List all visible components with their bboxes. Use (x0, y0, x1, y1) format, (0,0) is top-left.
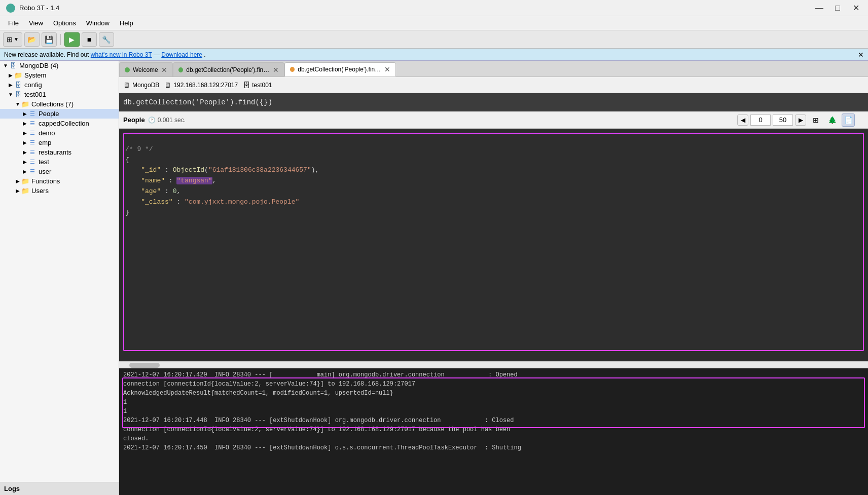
close-notification-button[interactable]: ✕ (858, 51, 864, 59)
sidebar-item-collections[interactable]: ▼ 📁 Collections (7) (0, 99, 119, 109)
stop-icon: ■ (87, 35, 91, 44)
maximize-button[interactable]: □ (831, 2, 844, 14)
minimize-button[interactable]: — (813, 2, 825, 14)
collection-icon-capped: ☰ (28, 120, 37, 127)
sidebar-label-users: Users (31, 187, 49, 195)
sidebar-label-config: config (24, 81, 42, 89)
sidebar-label-test001: test001 (24, 91, 46, 98)
tab-close-query1[interactable]: ✕ (273, 66, 279, 74)
close-button[interactable]: ✕ (850, 2, 862, 14)
title-bar: Robo 3T - 1.4 — □ ✕ (0, 0, 868, 16)
sidebar-item-users[interactable]: ▶ 📁 Users (0, 186, 119, 196)
folder-icon-system: 📁 (14, 72, 22, 79)
arrow-user: ▶ (21, 168, 28, 175)
log-line-4: 1 (123, 398, 864, 407)
sidebar-item-demo[interactable]: ▶ ☰ demo (0, 128, 119, 138)
whats-new-link[interactable]: what's new in Robo 3T (91, 51, 152, 58)
arrow-functions: ▶ (14, 178, 21, 185)
sidebar-label-mongodb: MongoDB (4) (19, 62, 58, 69)
stop-button[interactable]: ■ (82, 32, 97, 47)
arrow-restaurants: ▶ (21, 149, 28, 156)
tabs-bar: Welcome ✕ db.getCollection('People').fin… (119, 61, 868, 77)
menu-options[interactable]: Options (48, 18, 81, 28)
hscroll-thumb[interactable] (129, 363, 160, 368)
save-button[interactable]: 💾 (42, 32, 57, 47)
menu-view[interactable]: View (24, 18, 48, 28)
horizontal-scrollbar[interactable] (119, 361, 868, 368)
sidebar-item-emp[interactable]: ▶ ☰ emp (0, 138, 119, 147)
view-text-button[interactable]: 📄 (842, 113, 855, 127)
conn-collection-label: test001 (252, 82, 272, 89)
tab-label-query1: db.getCollection('People').find({}) (186, 66, 270, 73)
logs-tab[interactable]: Logs (0, 482, 119, 495)
view-tree-button[interactable]: 🌲 (825, 113, 839, 127)
tab-query2[interactable]: db.getCollection('People').find({}) ✕ (284, 62, 396, 77)
log-line-5: 1 (123, 407, 864, 416)
arrow-users: ▶ (14, 187, 21, 195)
sidebar-label-user: user (39, 168, 51, 175)
sidebar-item-functions[interactable]: ▶ 📁 Functions (0, 176, 119, 186)
sidebar-item-user[interactable]: ▶ ☰ user (0, 167, 119, 176)
tab-dot-query1 (178, 67, 183, 72)
log-line-6: 2021-12-07 16:20:17.448 INFO 28340 --- [… (123, 416, 864, 425)
sidebar-label-restaurants: restaurants (39, 148, 71, 156)
arrow-config: ▶ (7, 82, 14, 89)
tab-welcome[interactable]: Welcome ✕ (119, 62, 173, 77)
menu-bar: File View Options Window Help (0, 16, 868, 30)
prev-page-button[interactable]: ◀ (737, 115, 748, 126)
sidebar-label-system: System (24, 71, 46, 79)
download-link[interactable]: Download here (161, 51, 202, 58)
log-line-1: 2021-12-07 16:20:17.429 INFO 28340 --- [… (123, 370, 864, 379)
settings-button[interactable]: 🔧 (99, 32, 114, 47)
page-current-input[interactable] (750, 115, 771, 126)
toolbar-sep-1 (60, 34, 61, 45)
tab-dot-query2 (290, 67, 295, 72)
collection-icon-people: ☰ (28, 110, 37, 118)
sidebar: ▼ 🗄 MongoDB (4) ▶ 📁 System ▶ 🗄 config ▼ … (0, 61, 119, 495)
sidebar-label-test: test (39, 158, 49, 166)
sidebar-item-mongodb[interactable]: ▼ 🗄 MongoDB (4) (0, 61, 119, 70)
folder-icon-functions: 📁 (21, 178, 29, 185)
results-toolbar: People 🕐 0.001 sec. ◀ ▶ ⊞ 🌲 📄 (119, 111, 868, 129)
sidebar-item-people[interactable]: ▶ ☰ People (0, 109, 119, 119)
tab-query1[interactable]: db.getCollection('People').find({}) ✕ (173, 62, 284, 77)
log-line-8: closed. (123, 434, 864, 443)
menu-window[interactable]: Window (81, 18, 115, 28)
collection-icon-user: ☰ (28, 168, 37, 175)
log-line-2: connection [connectionId{localValue:2, s… (123, 379, 864, 389)
sidebar-item-restaurants[interactable]: ▶ ☰ restaurants (0, 147, 119, 157)
sidebar-item-system[interactable]: ▶ 📁 System (0, 70, 119, 80)
sidebar-label-people: People (39, 110, 59, 118)
dropdown-arrow: ▼ (14, 36, 19, 42)
query-bar[interactable]: db.getCollection('People').find({}) (119, 93, 868, 111)
toolbar: ⊞ ▼ 📂 💾 ▶ ■ 🔧 (0, 30, 868, 49)
connection-bar: 🖥 MongoDB 🖥 192.168.168.129:27017 🗄 test… (119, 77, 868, 93)
sidebar-label-functions: Functions (31, 177, 60, 185)
arrow-system: ▶ (7, 72, 14, 79)
sidebar-item-test001[interactable]: ▼ 🗄 test001 (0, 90, 119, 99)
conn-mongodb-label: MongoDB (132, 82, 159, 89)
arrow-test: ▶ (21, 159, 28, 166)
tab-close-welcome[interactable]: ✕ (161, 66, 167, 74)
view-table-button[interactable]: ⊞ (809, 113, 822, 127)
menu-help[interactable]: Help (115, 18, 138, 28)
next-page-button[interactable]: ▶ (795, 115, 806, 126)
arrow-capped: ▶ (21, 120, 28, 127)
page-size-input[interactable] (773, 115, 793, 126)
new-connection-button[interactable]: ⊞ ▼ (3, 32, 22, 47)
menu-file[interactable]: File (3, 18, 24, 28)
right-panel: Welcome ✕ db.getCollection('People').fin… (119, 61, 868, 495)
sidebar-item-config[interactable]: ▶ 🗄 config (0, 80, 119, 90)
sidebar-item-test[interactable]: ▶ ☰ test (0, 157, 119, 167)
tab-close-query2[interactable]: ✕ (384, 65, 390, 73)
conn-mongodb-icon: 🖥 (123, 81, 130, 89)
log-line-7: connection [connectionId{localValue:2, s… (123, 425, 864, 434)
open-button[interactable]: 📂 (24, 32, 40, 47)
new-connection-icon: ⊞ (7, 35, 13, 44)
sidebar-item-cappedcollection[interactable]: ▶ ☰ cappedCollection (0, 119, 119, 128)
arrow-mongodb: ▼ (2, 62, 9, 69)
run-button[interactable]: ▶ (64, 32, 80, 47)
title-bar-controls: — □ ✕ (813, 2, 862, 14)
conn-server: 🖥 192.168.168.129:27017 (164, 81, 238, 89)
sidebar-label-demo: demo (39, 129, 55, 137)
